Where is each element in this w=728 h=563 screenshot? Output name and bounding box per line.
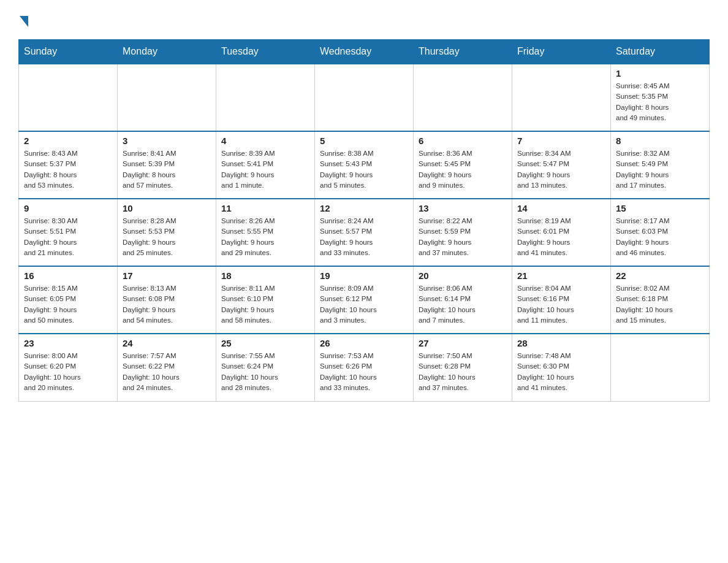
calendar-cell: 22Sunrise: 8:02 AM Sunset: 6:18 PM Dayli… bbox=[611, 266, 710, 334]
calendar-cell: 9Sunrise: 8:30 AM Sunset: 5:51 PM Daylig… bbox=[19, 199, 118, 266]
day-info: Sunrise: 7:53 AM Sunset: 6:26 PM Dayligh… bbox=[320, 351, 408, 393]
day-info: Sunrise: 8:32 AM Sunset: 5:49 PM Dayligh… bbox=[616, 148, 704, 191]
day-info: Sunrise: 8:41 AM Sunset: 5:39 PM Dayligh… bbox=[123, 148, 211, 191]
day-info: Sunrise: 8:04 AM Sunset: 6:16 PM Dayligh… bbox=[517, 283, 605, 326]
day-info: Sunrise: 8:02 AM Sunset: 6:18 PM Dayligh… bbox=[616, 283, 704, 326]
day-info: Sunrise: 7:57 AM Sunset: 6:22 PM Dayligh… bbox=[123, 351, 211, 393]
day-info: Sunrise: 8:13 AM Sunset: 6:08 PM Dayligh… bbox=[123, 283, 211, 326]
calendar-cell bbox=[315, 64, 414, 131]
calendar-cell: 5Sunrise: 8:38 AM Sunset: 5:43 PM Daylig… bbox=[315, 131, 414, 199]
day-info: Sunrise: 8:06 AM Sunset: 6:14 PM Dayligh… bbox=[419, 283, 507, 326]
day-info: Sunrise: 8:24 AM Sunset: 5:57 PM Dayligh… bbox=[320, 216, 408, 258]
logo bbox=[18, 12, 28, 27]
calendar-cell: 3Sunrise: 8:41 AM Sunset: 5:39 PM Daylig… bbox=[118, 131, 216, 199]
calendar-cell: 21Sunrise: 8:04 AM Sunset: 6:16 PM Dayli… bbox=[512, 266, 611, 334]
calendar-week-row: 23Sunrise: 8:00 AM Sunset: 6:20 PM Dayli… bbox=[19, 334, 710, 401]
day-info: Sunrise: 8:39 AM Sunset: 5:41 PM Dayligh… bbox=[221, 148, 309, 191]
day-number: 27 bbox=[419, 338, 507, 348]
calendar-cell: 24Sunrise: 7:57 AM Sunset: 6:22 PM Dayli… bbox=[118, 334, 216, 401]
calendar-cell: 27Sunrise: 7:50 AM Sunset: 6:28 PM Dayli… bbox=[414, 334, 512, 401]
day-info: Sunrise: 8:15 AM Sunset: 6:05 PM Dayligh… bbox=[24, 283, 112, 326]
day-number: 2 bbox=[24, 136, 112, 146]
day-number: 26 bbox=[320, 338, 408, 348]
day-info: Sunrise: 8:28 AM Sunset: 5:53 PM Dayligh… bbox=[123, 216, 211, 258]
day-number: 10 bbox=[123, 203, 211, 213]
calendar-cell bbox=[19, 64, 118, 131]
day-number: 9 bbox=[24, 203, 112, 213]
day-info: Sunrise: 8:11 AM Sunset: 6:10 PM Dayligh… bbox=[221, 283, 309, 326]
calendar-header-row: SundayMondayTuesdayWednesdayThursdayFrid… bbox=[19, 40, 710, 64]
calendar-cell: 12Sunrise: 8:24 AM Sunset: 5:57 PM Dayli… bbox=[315, 199, 414, 266]
day-of-week-header: Tuesday bbox=[216, 40, 315, 64]
calendar-cell: 20Sunrise: 8:06 AM Sunset: 6:14 PM Dayli… bbox=[414, 266, 512, 334]
day-of-week-header: Thursday bbox=[414, 40, 512, 64]
calendar-cell: 1Sunrise: 8:45 AM Sunset: 5:35 PM Daylig… bbox=[611, 64, 710, 131]
calendar-week-row: 2Sunrise: 8:43 AM Sunset: 5:37 PM Daylig… bbox=[19, 131, 710, 199]
day-of-week-header: Friday bbox=[512, 40, 611, 64]
day-number: 16 bbox=[24, 270, 112, 281]
day-number: 6 bbox=[419, 136, 507, 146]
calendar-week-row: 16Sunrise: 8:15 AM Sunset: 6:05 PM Dayli… bbox=[19, 266, 710, 334]
calendar-week-row: 1Sunrise: 8:45 AM Sunset: 5:35 PM Daylig… bbox=[19, 64, 710, 131]
day-info: Sunrise: 8:17 AM Sunset: 6:03 PM Dayligh… bbox=[616, 216, 704, 258]
calendar-cell: 19Sunrise: 8:09 AM Sunset: 6:12 PM Dayli… bbox=[315, 266, 414, 334]
calendar-cell: 7Sunrise: 8:34 AM Sunset: 5:47 PM Daylig… bbox=[512, 131, 611, 199]
logo-arrow-icon bbox=[20, 16, 28, 27]
calendar-cell: 18Sunrise: 8:11 AM Sunset: 6:10 PM Dayli… bbox=[216, 266, 315, 334]
day-of-week-header: Monday bbox=[118, 40, 216, 64]
day-of-week-header: Wednesday bbox=[315, 40, 414, 64]
day-info: Sunrise: 8:38 AM Sunset: 5:43 PM Dayligh… bbox=[320, 148, 408, 191]
day-number: 23 bbox=[24, 338, 112, 348]
day-number: 3 bbox=[123, 136, 211, 146]
calendar-cell: 28Sunrise: 7:48 AM Sunset: 6:30 PM Dayli… bbox=[512, 334, 611, 401]
calendar-cell: 16Sunrise: 8:15 AM Sunset: 6:05 PM Dayli… bbox=[19, 266, 118, 334]
calendar-cell bbox=[118, 64, 216, 131]
calendar-cell bbox=[611, 334, 710, 401]
page-header bbox=[18, 12, 710, 27]
day-number: 12 bbox=[320, 203, 408, 213]
day-of-week-header: Saturday bbox=[611, 40, 710, 64]
day-number: 19 bbox=[320, 270, 408, 281]
day-number: 15 bbox=[616, 203, 704, 213]
day-info: Sunrise: 7:50 AM Sunset: 6:28 PM Dayligh… bbox=[419, 351, 507, 393]
day-number: 17 bbox=[123, 270, 211, 281]
day-info: Sunrise: 8:34 AM Sunset: 5:47 PM Dayligh… bbox=[517, 148, 605, 191]
calendar-cell bbox=[216, 64, 315, 131]
day-info: Sunrise: 7:55 AM Sunset: 6:24 PM Dayligh… bbox=[221, 351, 309, 393]
calendar-cell: 14Sunrise: 8:19 AM Sunset: 6:01 PM Dayli… bbox=[512, 199, 611, 266]
day-info: Sunrise: 8:19 AM Sunset: 6:01 PM Dayligh… bbox=[517, 216, 605, 258]
day-info: Sunrise: 8:09 AM Sunset: 6:12 PM Dayligh… bbox=[320, 283, 408, 326]
calendar-week-row: 9Sunrise: 8:30 AM Sunset: 5:51 PM Daylig… bbox=[19, 199, 710, 266]
calendar-cell: 13Sunrise: 8:22 AM Sunset: 5:59 PM Dayli… bbox=[414, 199, 512, 266]
day-number: 7 bbox=[517, 136, 605, 146]
calendar-cell: 17Sunrise: 8:13 AM Sunset: 6:08 PM Dayli… bbox=[118, 266, 216, 334]
calendar-cell: 8Sunrise: 8:32 AM Sunset: 5:49 PM Daylig… bbox=[611, 131, 710, 199]
day-number: 8 bbox=[616, 136, 704, 146]
day-number: 24 bbox=[123, 338, 211, 348]
day-number: 20 bbox=[419, 270, 507, 281]
day-number: 14 bbox=[517, 203, 605, 213]
day-number: 18 bbox=[221, 270, 309, 281]
calendar-cell: 11Sunrise: 8:26 AM Sunset: 5:55 PM Dayli… bbox=[216, 199, 315, 266]
day-info: Sunrise: 8:30 AM Sunset: 5:51 PM Dayligh… bbox=[24, 216, 112, 258]
calendar-cell: 4Sunrise: 8:39 AM Sunset: 5:41 PM Daylig… bbox=[216, 131, 315, 199]
day-info: Sunrise: 7:48 AM Sunset: 6:30 PM Dayligh… bbox=[517, 351, 605, 393]
day-info: Sunrise: 8:45 AM Sunset: 5:35 PM Dayligh… bbox=[616, 81, 704, 123]
calendar-cell bbox=[414, 64, 512, 131]
calendar-cell: 25Sunrise: 7:55 AM Sunset: 6:24 PM Dayli… bbox=[216, 334, 315, 401]
day-number: 21 bbox=[517, 270, 605, 281]
day-info: Sunrise: 8:43 AM Sunset: 5:37 PM Dayligh… bbox=[24, 148, 112, 191]
day-number: 5 bbox=[320, 136, 408, 146]
calendar-cell bbox=[512, 64, 611, 131]
day-of-week-header: Sunday bbox=[19, 40, 118, 64]
calendar-cell: 10Sunrise: 8:28 AM Sunset: 5:53 PM Dayli… bbox=[118, 199, 216, 266]
day-number: 28 bbox=[517, 338, 605, 348]
day-info: Sunrise: 8:22 AM Sunset: 5:59 PM Dayligh… bbox=[419, 216, 507, 258]
day-number: 4 bbox=[221, 136, 309, 146]
day-info: Sunrise: 8:26 AM Sunset: 5:55 PM Dayligh… bbox=[221, 216, 309, 258]
day-number: 11 bbox=[221, 203, 309, 213]
calendar-cell: 2Sunrise: 8:43 AM Sunset: 5:37 PM Daylig… bbox=[19, 131, 118, 199]
day-number: 22 bbox=[616, 270, 704, 281]
day-number: 13 bbox=[419, 203, 507, 213]
calendar-cell: 15Sunrise: 8:17 AM Sunset: 6:03 PM Dayli… bbox=[611, 199, 710, 266]
